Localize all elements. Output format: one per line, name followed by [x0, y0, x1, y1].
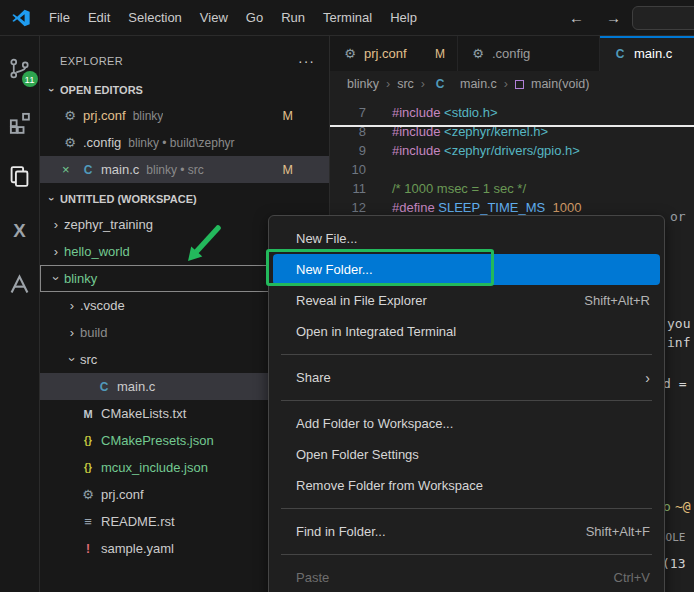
modified-badge: M [435, 47, 445, 61]
menu-go[interactable]: Go [237, 4, 272, 32]
tab-main-c[interactable]: Cmain.c [600, 36, 694, 71]
chevron-down-icon: › [49, 271, 64, 287]
menu-item-label: New File... [296, 231, 357, 246]
open-editor-label: .config [83, 135, 121, 150]
code-text: /* 1000 msec = 1 sec */ [392, 181, 526, 196]
code-token: /* 1000 msec = 1 sec */ [392, 181, 526, 196]
tree-item-label: .vscode [80, 298, 125, 313]
context-menu-item-remove-folder-from-workspace[interactable]: Remove Folder from Workspace [273, 470, 660, 501]
a-tool-icon[interactable] [0, 264, 40, 304]
workspace-header[interactable]: › UNTITLED (WORKSPACE) [40, 187, 329, 211]
vscode-window: FileEditSelectionViewGoRunTerminalHelp ←… [0, 0, 694, 592]
open-editor-description: blinky • build\zephyr [128, 136, 234, 150]
context-menu-item-share[interactable]: Share› [273, 362, 660, 393]
tree-item-label: zephyr_training [64, 217, 153, 232]
open-editor-main-c[interactable]: ×Cmain.cblinky • srcM [40, 156, 329, 183]
tree-item-label: CMakePresets.json [101, 433, 214, 448]
explorer-icon[interactable] [0, 156, 40, 196]
forward-icon[interactable]: → [595, 9, 632, 26]
more-actions-icon[interactable]: ··· [298, 53, 315, 69]
open-editor-description: blinky [133, 109, 164, 123]
tree-item-label: CMakeLists.txt [101, 406, 186, 421]
tab-label: main.c [634, 46, 672, 61]
divider-line [330, 125, 694, 127]
menu-selection[interactable]: Selection [119, 4, 190, 32]
breadcrumb-src[interactable]: src [397, 77, 414, 91]
sidebar-title: EXPLORER [60, 55, 123, 67]
line-number: 9 [330, 143, 366, 158]
context-menu-item-open-folder-settings[interactable]: Open Folder Settings [273, 439, 660, 470]
tab-prj-conf[interactable]: ⚙prj.confM [330, 36, 458, 71]
open-editors-header[interactable]: › OPEN EDITORS [40, 78, 329, 102]
tree-item-label: src [80, 352, 97, 367]
line-number: 7 [330, 105, 366, 120]
menu-item-shortcut: Ctrl+V [614, 570, 650, 585]
occluded-text-fragment: or [670, 209, 686, 224]
modified-badge: M [283, 109, 293, 123]
open-editor-config[interactable]: ⚙.configblinky • build\zephyr [40, 129, 329, 156]
breadcrumb-main-void[interactable]: main(void) [531, 77, 589, 91]
gear-file-icon: ⚙ [62, 108, 78, 123]
command-search-box[interactable] [632, 6, 694, 30]
menu-item-shortcut: Shift+Alt+R [584, 293, 650, 308]
menu-item-label: Open in Integrated Terminal [296, 324, 456, 339]
chevron-right-icon: › [64, 298, 80, 313]
annotation-box [266, 249, 494, 286]
context-menu-item-add-folder-to-workspace[interactable]: Add Folder to Workspace... [273, 408, 660, 439]
source-control-icon[interactable]: 11 [0, 48, 40, 88]
yaml-file-icon: ! [80, 542, 96, 556]
menu-edit[interactable]: Edit [79, 4, 119, 32]
extensions-icon[interactable] [0, 102, 40, 142]
chevron-right-icon: › [48, 217, 64, 232]
mcux-x-icon[interactable]: X [0, 210, 40, 250]
context-menu-item-find-in-folder[interactable]: Find in Folder...Shift+Alt+F [273, 516, 660, 547]
tab-label: prj.conf [364, 46, 407, 61]
svg-text:X: X [13, 219, 26, 240]
breadcrumb-blinky[interactable]: blinky [347, 77, 379, 91]
code-text: #include <zephyr/drivers/gpio.h> [392, 143, 580, 158]
context-menu-item-reveal-in-file-explorer[interactable]: Reveal in File ExplorerShift+Alt+R [273, 285, 660, 316]
breadcrumb-main-c[interactable]: main.c [460, 77, 497, 91]
symbol-method-icon [515, 80, 524, 89]
code-text: #define SLEEP_TIME_MS 1000 [392, 200, 581, 215]
chevron-down-icon: › [46, 82, 58, 98]
json-file-icon: {} [80, 462, 96, 473]
c-file-icon: C [612, 47, 628, 61]
activity-badge: 11 [22, 71, 38, 87]
tree-item-label: blinky [64, 271, 97, 286]
open-editors-label: OPEN EDITORS [60, 84, 143, 96]
open-editors-list: ⚙prj.confblinkyM⚙.configblinky • build\z… [40, 102, 329, 183]
tree-item-label: README.rst [101, 514, 175, 529]
menu-item-label: Find in Folder... [296, 524, 386, 539]
close-icon[interactable]: × [62, 162, 80, 177]
code-token: <stdio.h> [444, 105, 498, 120]
open-editor-prj-conf[interactable]: ⚙prj.confblinkyM [40, 102, 329, 129]
modified-badge: M [283, 163, 293, 177]
menu-file[interactable]: File [40, 4, 79, 32]
tree-item-label: mcux_include.json [101, 460, 208, 475]
line-number: 11 [330, 181, 366, 196]
chevron-right-icon: › [48, 244, 64, 259]
code-token: #include [392, 105, 444, 120]
open-editor-description: blinky • src [146, 163, 204, 177]
vscode-logo-icon [12, 9, 30, 27]
menu-help[interactable]: Help [381, 4, 426, 32]
menu-view[interactable]: View [191, 4, 237, 32]
back-icon[interactable]: ← [558, 9, 595, 26]
code-text: #include <stdio.h> [392, 105, 498, 120]
gear-file-icon: ⚙ [80, 487, 96, 502]
annotation-arrow [180, 225, 224, 269]
menu-run[interactable]: Run [272, 4, 314, 32]
sidebar-title-row: EXPLORER ··· [40, 36, 329, 74]
tab-config[interactable]: ⚙.config [458, 36, 600, 71]
menu-separator [281, 554, 652, 555]
breadcrumb-separator-icon: › [386, 77, 390, 91]
context-menu-item-open-in-integrated-terminal[interactable]: Open in Integrated Terminal [273, 316, 660, 347]
cmake-file-icon: M [80, 408, 96, 420]
code-line: 9#include <zephyr/drivers/gpio.h> [330, 141, 694, 160]
menu-terminal[interactable]: Terminal [314, 4, 381, 32]
submenu-chevron-icon: › [645, 370, 650, 386]
menu-bar: FileEditSelectionViewGoRunTerminalHelp [40, 0, 426, 35]
chevron-down-icon: › [46, 191, 58, 207]
gear-file-icon: ⚙ [62, 135, 78, 150]
